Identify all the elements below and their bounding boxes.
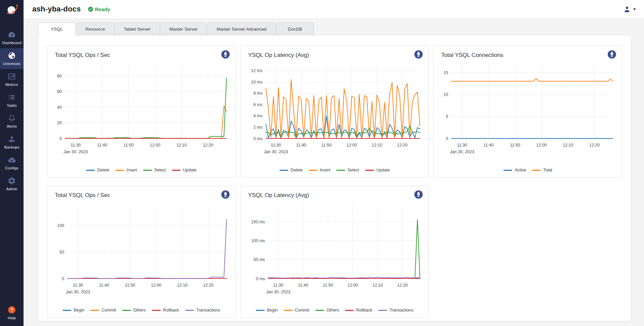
line-chart[interactable]: 02040608011:3011:4011:5012:0012:1012:20J… (53, 61, 230, 161)
series-lines (68, 220, 227, 279)
legend-item-select[interactable]: Select (143, 168, 166, 172)
prometheus-icon[interactable] (414, 50, 423, 59)
legend-label: Transactions (389, 308, 413, 313)
prometheus-icon[interactable] (414, 190, 423, 199)
sidebar-nav: Dashboard Universes Metrics Tasks Alerts (0, 19, 24, 194)
page-title: ash-yba-docs (32, 5, 81, 13)
legend-swatch (63, 310, 71, 311)
app-logo[interactable] (0, 0, 24, 19)
chart-legend: BeginCommitOthersRollbackTransactions (246, 308, 423, 315)
legend-item-commit[interactable]: Commit (90, 308, 116, 313)
legend-item-active[interactable]: Active (503, 168, 526, 172)
y-axis-labels: 050100 (57, 223, 64, 281)
yugabyte-logo-icon (5, 2, 19, 17)
sidebar-item-tasks[interactable]: Tasks (0, 90, 24, 111)
legend-swatch (315, 310, 324, 311)
legend-label: Others (133, 308, 146, 313)
legend-item-rollback[interactable]: Rollback (345, 308, 372, 313)
sidebar-item-admin[interactable]: Admin (0, 173, 24, 194)
tab-resource[interactable]: Resource (76, 23, 114, 35)
legend-item-update[interactable]: Update (172, 168, 196, 172)
x-axis-date-label: Jan 30, 2023 (64, 150, 88, 154)
legend-swatch (90, 310, 99, 311)
x-tick-label: 11:50 (321, 143, 331, 148)
y-tick-label: 50 (60, 250, 64, 255)
y-tick-label: 60 (57, 89, 62, 94)
prometheus-icon[interactable] (221, 50, 230, 59)
tab-master-server[interactable]: Master Server (160, 23, 207, 35)
sidebar-item-metrics[interactable]: Metrics (0, 69, 24, 90)
legend-item-begin[interactable]: Begin (63, 308, 84, 313)
check-icon (88, 7, 93, 12)
sidebar-item-dashboard[interactable]: Dashboard (0, 27, 24, 48)
legend-item-select[interactable]: Select (336, 168, 359, 172)
legend-item-insert[interactable]: Insert (115, 168, 137, 172)
x-axis-date-label: Jan 30, 2023 (450, 150, 474, 154)
legend-label: Commit (295, 308, 309, 313)
admin-gear-icon (7, 176, 16, 185)
legend-item-transactions[interactable]: Transactions (378, 308, 413, 313)
x-tick-label: 11:50 (125, 283, 135, 288)
legend-item-update[interactable]: Update (365, 168, 390, 172)
legend-label: Select (347, 168, 359, 172)
legend-label: Insert (126, 168, 137, 172)
line-chart[interactable]: 05010011:3011:4011:5012:0012:1012:20Jan … (53, 201, 230, 301)
tab-master-server-advanced[interactable]: Master Server Advanced (207, 23, 275, 35)
legend-item-delete[interactable]: Delete (86, 168, 109, 172)
x-tick-label: 11:30 (73, 283, 83, 288)
sidebar-item-label: Dashboard (2, 41, 21, 45)
sidebar-item-help[interactable]: ? Help (0, 302, 24, 323)
metrics-chart-icon (7, 72, 16, 81)
sidebar-item-alerts[interactable]: Alerts (0, 111, 24, 132)
grid-lines (268, 205, 420, 279)
tab-tablet-server[interactable]: Tablet Server (115, 23, 160, 35)
y-axis-labels: 0 ms50 ms100 ms150 ms (251, 220, 265, 281)
legend-item-total[interactable]: Total (532, 168, 552, 172)
legend-item-rollback[interactable]: Rollback (152, 308, 179, 313)
sidebar-item-universes[interactable]: Universes (0, 48, 24, 69)
chart-card-ysql-op-latency: YSQL Op Latency (Avg) 0 ms2 ms4 ms6 ms8 … (240, 45, 429, 177)
y-tick-label: 6 ms (253, 102, 262, 107)
legend-item-others[interactable]: Others (122, 308, 146, 313)
y-tick-label: 0 ms (256, 276, 265, 281)
legend-item-begin[interactable]: Begin (256, 308, 278, 313)
legend-swatch (256, 310, 265, 311)
status-badge: Ready (88, 6, 110, 12)
chart-card-ysql-op-latency-transactions: YSQL Op Latency (Avg) 0 ms50 ms100 ms150… (240, 186, 429, 318)
legend-item-insert[interactable]: Insert (309, 168, 330, 172)
legend-label: Insert (320, 168, 330, 172)
x-axis-labels: 11:3011:4011:5012:0012:1012:20Jan 30, 20… (264, 143, 407, 154)
line-chart[interactable]: 05101511:3011:4011:5012:0012:1012:20Jan … (439, 61, 616, 161)
legend-item-delete[interactable]: Delete (279, 168, 303, 172)
grid-lines (452, 65, 613, 138)
alerts-bell-icon (7, 114, 16, 123)
sidebar-item-configs[interactable]: Configs (0, 153, 24, 173)
series-line-transactions (268, 277, 420, 278)
x-axis-labels: 11:3011:4011:5012:0012:1012:20Jan 30, 20… (64, 143, 213, 154)
chart-title: Total YSQL Ops / Sec (53, 190, 110, 199)
prometheus-icon[interactable] (221, 190, 230, 199)
x-tick-label: 12:10 (563, 143, 573, 148)
status-text: Ready (95, 6, 110, 12)
prometheus-icon[interactable] (607, 50, 616, 59)
legend-item-others[interactable]: Others (315, 308, 339, 313)
y-tick-label: 0 (446, 136, 448, 141)
sidebar-item-label: Alerts (7, 124, 17, 128)
line-chart[interactable]: 0 ms50 ms100 ms150 ms11:3011:4011:5012:0… (246, 201, 423, 301)
legend-swatch (345, 310, 354, 311)
legend-item-commit[interactable]: Commit (284, 308, 309, 313)
legend-item-transactions[interactable]: Transactions (185, 308, 220, 313)
sidebar-item-backups[interactable]: Backups (0, 132, 24, 153)
tab-ysql[interactable]: YSQL (38, 23, 76, 35)
chart-title: Total YSQL Ops / Sec (53, 50, 110, 59)
tab-docdb[interactable]: DocDB (276, 23, 314, 35)
chart-legend: DeleteInsertSelectUpdate (246, 168, 423, 174)
user-menu[interactable] (623, 0, 636, 19)
y-tick-label: 2 ms (253, 125, 262, 130)
legend-swatch (532, 170, 541, 171)
x-tick-label: 12:10 (176, 143, 187, 148)
x-tick-label: 11:50 (510, 143, 520, 148)
legend-swatch (378, 310, 387, 311)
chevron-down-icon (633, 8, 636, 10)
line-chart[interactable]: 0 ms2 ms4 ms6 ms8 ms10 ms12 ms11:3011:40… (246, 61, 423, 161)
